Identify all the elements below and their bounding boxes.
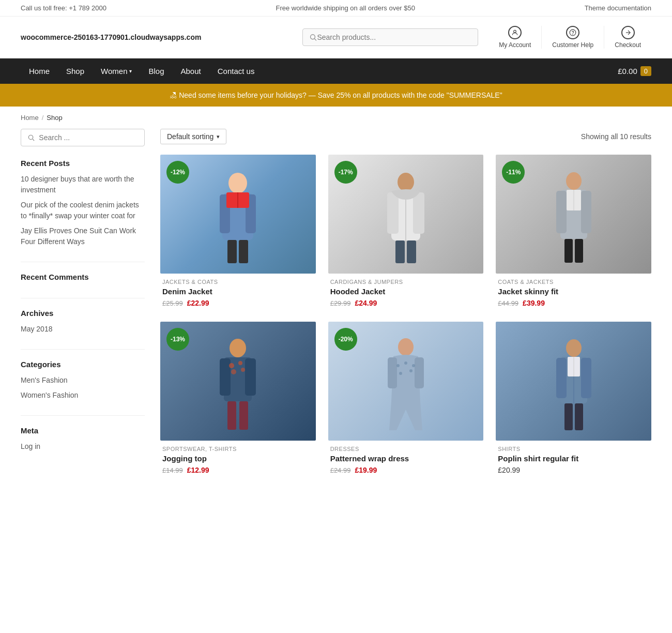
svg-rect-42 bbox=[388, 357, 397, 388]
category-womens-fashion[interactable]: Women's Fashion bbox=[21, 390, 145, 401]
nav-blog[interactable]: Blog bbox=[140, 58, 172, 84]
svg-point-4 bbox=[573, 34, 573, 35]
product-category: CARDIGANS & JUMPERS bbox=[330, 279, 482, 285]
archive-may-2018[interactable]: May 2018 bbox=[21, 324, 145, 335]
svg-rect-28 bbox=[575, 239, 583, 263]
product-category: JACKETS & COATS bbox=[162, 279, 314, 285]
svg-point-41 bbox=[398, 338, 414, 356]
svg-rect-27 bbox=[564, 239, 573, 263]
discount-badge: -17% bbox=[334, 161, 357, 184]
recent-comments-title: Recent Comments bbox=[21, 273, 145, 281]
product-figure bbox=[380, 329, 432, 433]
svg-rect-35 bbox=[227, 401, 236, 430]
product-wrap-dress[interactable]: -20% DRESSES bbox=[328, 322, 484, 476]
svg-rect-36 bbox=[239, 401, 248, 430]
discount-badge: -12% bbox=[166, 161, 189, 184]
product-name: Poplin shirt regular fit bbox=[498, 454, 649, 463]
svg-rect-54 bbox=[575, 403, 583, 430]
top-bar: Call us toll free: +1 789 2000 Free worl… bbox=[0, 0, 672, 17]
products-grid: -12% JACKETS & COATS Denim Jacket bbox=[160, 155, 651, 476]
cart-button[interactable]: £0.00 0 bbox=[618, 66, 651, 76]
product-image: -17% bbox=[328, 155, 484, 274]
price-old: £14.99 bbox=[162, 466, 183, 474]
customer-help-label: Customer Help bbox=[552, 41, 593, 49]
discount-badge: -20% bbox=[334, 328, 357, 351]
recent-post-3[interactable]: Jay Ellis Proves One Suit Can Work Four … bbox=[21, 225, 145, 247]
discount-badge: -11% bbox=[502, 161, 525, 184]
nav-shop[interactable]: Shop bbox=[58, 58, 93, 84]
nav-about[interactable]: About bbox=[173, 58, 209, 84]
product-category: SHIRTS bbox=[498, 446, 649, 452]
navigation: Home Shop Women ▾ Blog About Contact us … bbox=[0, 58, 672, 84]
customer-help-button[interactable]: Customer Help bbox=[541, 26, 604, 49]
svg-rect-53 bbox=[564, 403, 573, 430]
search-icon bbox=[309, 33, 317, 41]
product-image: -13% bbox=[160, 322, 316, 441]
svg-rect-20 bbox=[395, 240, 405, 263]
product-image: -12% bbox=[160, 155, 316, 274]
recent-posts-section: Recent Posts 10 designer buys that are w… bbox=[21, 159, 145, 262]
breadcrumb-current: Shop bbox=[47, 114, 62, 122]
product-info: SHIRTS Poplin shirt regular fit £20.99 bbox=[496, 441, 651, 476]
sort-dropdown-icon: ▾ bbox=[217, 133, 220, 140]
svg-point-40 bbox=[241, 368, 245, 372]
svg-rect-18 bbox=[387, 192, 399, 234]
product-info: COATS & JACKETS Jacket skinny fit £44.99… bbox=[496, 274, 651, 309]
meta-title: Meta bbox=[21, 426, 145, 435]
category-mens-fashion[interactable]: Men's Fashion bbox=[21, 375, 145, 386]
checkout-icon bbox=[621, 26, 635, 39]
checkout-button[interactable]: Checkout bbox=[604, 26, 651, 49]
archives-section: Archives May 2018 bbox=[21, 309, 145, 350]
topbar-center: Free worldwide shipping on all orders ov… bbox=[276, 4, 415, 12]
product-category: DRESSES bbox=[330, 446, 482, 452]
product-figure bbox=[212, 162, 264, 266]
topbar-left: Call us toll free: +1 789 2000 bbox=[21, 4, 106, 12]
product-image: -11% bbox=[496, 155, 651, 274]
sidebar-search-input[interactable] bbox=[39, 133, 138, 142]
nav-women[interactable]: Women ▾ bbox=[93, 58, 140, 84]
dropdown-arrow-icon: ▾ bbox=[129, 68, 132, 74]
sort-label: Default sorting bbox=[167, 132, 213, 141]
price-new: £19.99 bbox=[355, 466, 377, 474]
product-poplin-shirt[interactable]: SHIRTS Poplin shirt regular fit £20.99 bbox=[496, 322, 651, 476]
svg-rect-33 bbox=[220, 358, 231, 396]
svg-rect-21 bbox=[407, 240, 416, 263]
header-search-box[interactable] bbox=[302, 28, 478, 46]
breadcrumb-home[interactable]: Home bbox=[21, 114, 39, 122]
nav-links: Home Shop Women ▾ Blog About Contact us bbox=[21, 58, 263, 84]
header-search-input[interactable] bbox=[317, 33, 471, 41]
product-info: DRESSES Patterned wrap dress £24.99 £19.… bbox=[328, 441, 484, 476]
archives-title: Archives bbox=[21, 309, 145, 318]
product-denim-jacket[interactable]: -12% JACKETS & COATS Denim Jacket bbox=[160, 155, 316, 309]
product-jogging-top[interactable]: -13% SPORTSWEAR, T-S bbox=[160, 322, 316, 476]
topbar-right[interactable]: Theme documentation bbox=[585, 4, 651, 12]
product-prices: £29.99 £24.99 bbox=[330, 299, 482, 307]
nav-home[interactable]: Home bbox=[21, 58, 58, 84]
site-logo[interactable]: woocommerce-250163-1770901.cloudwaysapps… bbox=[21, 33, 292, 41]
product-category: SPORTSWEAR, T-SHIRTS bbox=[162, 446, 314, 452]
product-prices: £24.99 £19.99 bbox=[330, 466, 482, 474]
price-single: £20.99 bbox=[498, 466, 520, 474]
svg-rect-13 bbox=[239, 240, 248, 263]
cart-badge: 0 bbox=[640, 66, 651, 76]
recent-post-1[interactable]: 10 designer buys that are worth the inve… bbox=[21, 174, 145, 195]
sidebar-search-box[interactable] bbox=[21, 129, 145, 146]
product-hooded-jacket[interactable]: -17% CARDIGANS & JUMPERS Hooded Jack bbox=[328, 155, 484, 309]
sidebar-search-icon bbox=[27, 133, 35, 142]
my-account-button[interactable]: My Account bbox=[488, 26, 541, 49]
product-jacket-skinny[interactable]: -11% COATS & JACKETS Jacket skinny f bbox=[496, 155, 651, 309]
product-image bbox=[496, 322, 651, 441]
categories-section: Categories Men's Fashion Women's Fashion bbox=[21, 360, 145, 416]
nav-contact[interactable]: Contact us bbox=[209, 58, 263, 84]
categories-title: Categories bbox=[21, 360, 145, 369]
product-figure bbox=[380, 162, 432, 266]
svg-rect-12 bbox=[227, 240, 237, 263]
sort-select[interactable]: Default sorting ▾ bbox=[160, 129, 226, 144]
results-count: Showing all 10 results bbox=[581, 132, 651, 141]
help-icon bbox=[566, 26, 579, 39]
checkout-label: Checkout bbox=[615, 41, 641, 49]
product-name: Patterned wrap dress bbox=[330, 454, 482, 463]
meta-login[interactable]: Log in bbox=[21, 441, 145, 452]
recent-post-2[interactable]: Our pick of the coolest denim jackets to… bbox=[21, 200, 145, 221]
breadcrumb-separator: / bbox=[42, 114, 44, 122]
